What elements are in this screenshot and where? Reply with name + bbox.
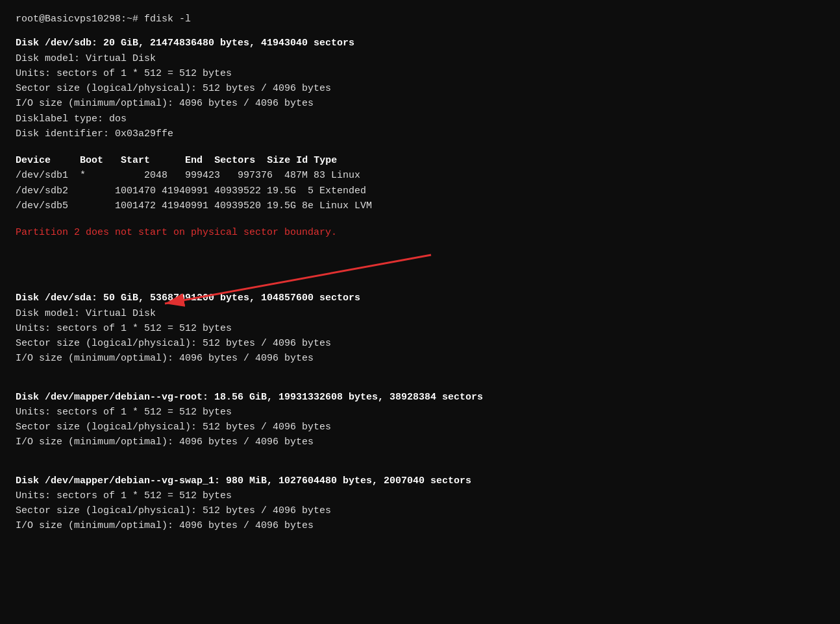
disk-sdb-io-size: I/O size (minimum/optimal): 4096 bytes /… bbox=[16, 96, 824, 111]
disk-sda-sector-size: Sector size (logical/physical): 512 byte… bbox=[16, 336, 824, 351]
prompt-text: root@Basicvps10298:~# fdisk -l bbox=[16, 14, 191, 25]
disk-mapper-swap-header: Disk /dev/mapper/debian--vg-swap_1: 980 … bbox=[16, 474, 824, 488]
disk-mapper-swap-units: Units: sectors of 1 * 512 = 512 bytes bbox=[16, 488, 824, 503]
partition-sdb5: /dev/sdb5 1001472 41940991 40939520 19.5… bbox=[16, 198, 824, 213]
terminal-window: root@Basicvps10298:~# fdisk -l Disk /dev… bbox=[16, 12, 824, 624]
partition-sdb2: /dev/sdb2 1001470 41940991 40939522 19.5… bbox=[16, 184, 824, 198]
disk-sdb-sector-size: Sector size (logical/physical): 512 byte… bbox=[16, 81, 824, 96]
disk-sdb-section: Disk /dev/sdb: 20 GiB, 21474836480 bytes… bbox=[16, 36, 824, 141]
disk-sda-header: Disk /dev/sda: 50 GiB, 53687091200 bytes… bbox=[16, 291, 824, 306]
col-start: Start bbox=[121, 155, 150, 166]
disk-mapper-swap-section: Disk /dev/mapper/debian--vg-swap_1: 980 … bbox=[16, 474, 824, 534]
disk-sda-section: Disk /dev/sda: 50 GiB, 53687091200 bytes… bbox=[16, 291, 824, 366]
disk-mapper-root-header: Disk /dev/mapper/debian--vg-root: 18.56 … bbox=[16, 390, 824, 405]
col-sectors: Sectors bbox=[214, 155, 255, 166]
col-boot: Boot bbox=[80, 155, 103, 166]
disk-mapper-root-units: Units: sectors of 1 * 512 = 512 bytes bbox=[16, 405, 824, 420]
col-device: Device bbox=[16, 155, 51, 166]
disk-sdb-units: Units: sectors of 1 * 512 = 512 bytes bbox=[16, 66, 824, 81]
col-size: Size bbox=[267, 155, 290, 166]
col-end: End bbox=[185, 155, 203, 166]
disk-sda-io-size: I/O size (minimum/optimal): 4096 bytes /… bbox=[16, 351, 824, 366]
disk-mapper-swap-io-size: I/O size (minimum/optimal): 4096 bytes /… bbox=[16, 518, 824, 533]
col-type: Type bbox=[314, 155, 337, 166]
disk-mapper-swap-sector-size: Sector size (logical/physical): 512 byte… bbox=[16, 503, 824, 518]
col-id: Id bbox=[296, 155, 308, 166]
disk-sdb-label-type: Disklabel type: dos bbox=[16, 112, 824, 126]
disk-sdb-identifier: Disk identifier: 0x03a29ffe bbox=[16, 126, 824, 141]
disk-sdb-header: Disk /dev/sdb: 20 GiB, 21474836480 bytes… bbox=[16, 36, 824, 51]
disk-sdb-model: Disk model: Virtual Disk bbox=[16, 51, 824, 66]
disk-mapper-root-section: Disk /dev/mapper/debian--vg-root: 18.56 … bbox=[16, 390, 824, 450]
disk-mapper-root-sector-size: Sector size (logical/physical): 512 byte… bbox=[16, 420, 824, 435]
partition-table: Device Boot Start End Sectors Size Id Ty… bbox=[16, 153, 824, 213]
partition-sdb1: /dev/sdb1 * 2048 999423 997376 487M 83 L… bbox=[16, 168, 824, 183]
partition-warning: Partition 2 does not start on physical s… bbox=[16, 225, 824, 240]
disk-mapper-root-io-size: I/O size (minimum/optimal): 4096 bytes /… bbox=[16, 435, 824, 450]
disk-sda-units: Units: sectors of 1 * 512 = 512 bytes bbox=[16, 321, 824, 336]
partition-table-header: Device Boot Start End Sectors Size Id Ty… bbox=[16, 153, 824, 168]
prompt-line: root@Basicvps10298:~# fdisk -l bbox=[16, 12, 824, 27]
disk-sda-model: Disk model: Virtual Disk bbox=[16, 306, 824, 321]
